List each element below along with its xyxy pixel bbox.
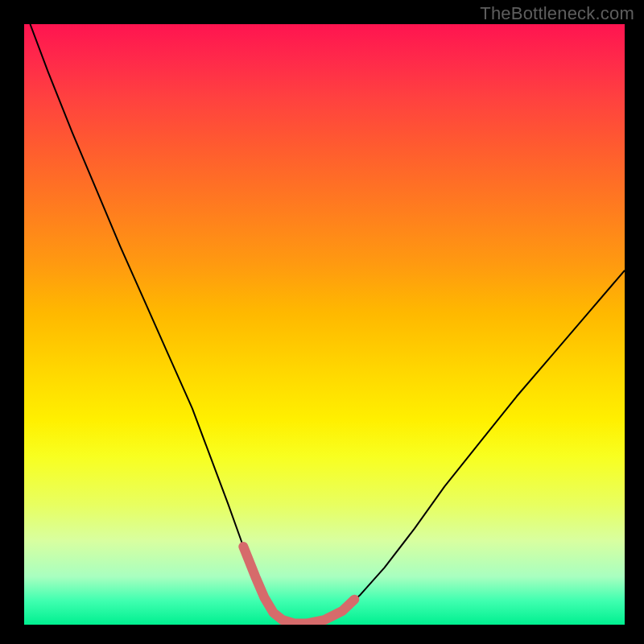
chart-overlay <box>0 0 644 644</box>
optimal-range-highlight <box>243 547 354 623</box>
chart-frame: TheBottleneck.com <box>0 0 644 644</box>
bottleneck-curve <box>30 24 625 624</box>
watermark-text: TheBottleneck.com <box>480 3 634 24</box>
